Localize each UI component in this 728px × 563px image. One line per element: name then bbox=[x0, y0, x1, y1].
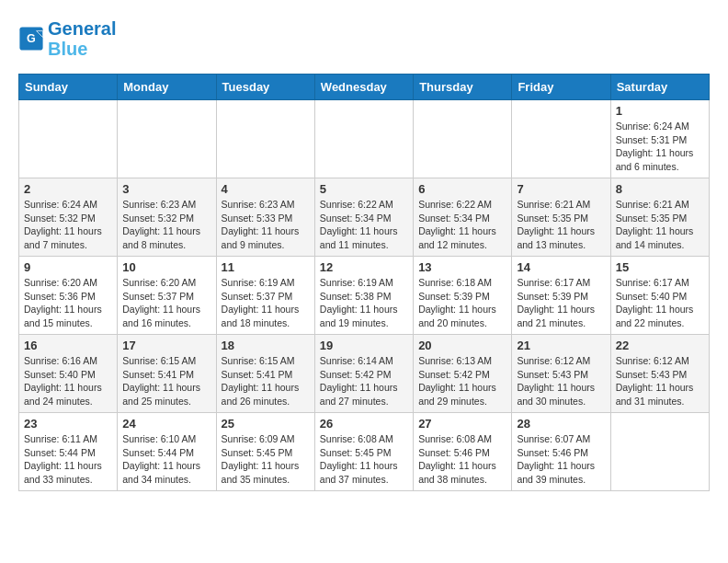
day-info: Sunrise: 6:20 AM Sunset: 5:37 PM Dayligh… bbox=[122, 276, 210, 330]
calendar-cell bbox=[414, 100, 512, 178]
day-info: Sunrise: 6:21 AM Sunset: 5:35 PM Dayligh… bbox=[616, 198, 704, 252]
day-number: 22 bbox=[616, 339, 704, 352]
calendar-cell: 8Sunrise: 6:21 AM Sunset: 5:35 PM Daylig… bbox=[610, 178, 709, 257]
calendar-cell: 11Sunrise: 6:19 AM Sunset: 5:37 PM Dayli… bbox=[216, 257, 314, 335]
calendar-cell bbox=[512, 100, 610, 178]
calendar-cell: 7Sunrise: 6:21 AM Sunset: 5:35 PM Daylig… bbox=[512, 178, 610, 257]
logo-general: General bbox=[48, 18, 116, 39]
col-header-sunday: Sunday bbox=[19, 75, 118, 100]
day-info: Sunrise: 6:15 AM Sunset: 5:41 PM Dayligh… bbox=[122, 354, 210, 408]
day-number: 15 bbox=[616, 260, 704, 274]
day-number: 6 bbox=[418, 182, 506, 196]
calendar-cell bbox=[610, 413, 709, 491]
calendar-cell: 6Sunrise: 6:22 AM Sunset: 5:34 PM Daylig… bbox=[414, 178, 512, 257]
calendar-cell: 12Sunrise: 6:19 AM Sunset: 5:38 PM Dayli… bbox=[314, 257, 413, 335]
day-info: Sunrise: 6:12 AM Sunset: 5:43 PM Dayligh… bbox=[616, 354, 704, 408]
day-number: 28 bbox=[517, 417, 605, 431]
calendar-cell: 23Sunrise: 6:11 AM Sunset: 5:44 PM Dayli… bbox=[19, 413, 118, 491]
calendar-week-1: 1Sunrise: 6:24 AM Sunset: 5:31 PM Daylig… bbox=[19, 100, 710, 178]
day-number: 20 bbox=[418, 339, 506, 352]
col-header-saturday: Saturday bbox=[610, 75, 709, 100]
calendar-cell: 14Sunrise: 6:17 AM Sunset: 5:39 PM Dayli… bbox=[512, 257, 610, 335]
day-number: 24 bbox=[122, 417, 210, 431]
day-number: 9 bbox=[24, 260, 112, 274]
calendar-cell: 15Sunrise: 6:17 AM Sunset: 5:40 PM Dayli… bbox=[610, 257, 709, 335]
calendar-cell: 4Sunrise: 6:23 AM Sunset: 5:33 PM Daylig… bbox=[216, 178, 314, 257]
day-info: Sunrise: 6:07 AM Sunset: 5:46 PM Dayligh… bbox=[517, 432, 605, 487]
svg-text:G: G bbox=[27, 32, 36, 45]
calendar-table: SundayMondayTuesdayWednesdayThursdayFrid… bbox=[18, 74, 710, 491]
day-info: Sunrise: 6:14 AM Sunset: 5:42 PM Dayligh… bbox=[320, 354, 408, 408]
day-number: 27 bbox=[418, 417, 506, 431]
calendar-cell: 20Sunrise: 6:13 AM Sunset: 5:42 PM Dayli… bbox=[414, 335, 512, 413]
day-number: 21 bbox=[517, 339, 605, 352]
day-number: 17 bbox=[122, 339, 210, 352]
calendar-cell: 10Sunrise: 6:20 AM Sunset: 5:37 PM Dayli… bbox=[118, 257, 216, 335]
day-info: Sunrise: 6:24 AM Sunset: 5:32 PM Dayligh… bbox=[24, 198, 112, 252]
calendar-cell: 1Sunrise: 6:24 AM Sunset: 5:31 PM Daylig… bbox=[610, 100, 709, 178]
calendar-week-3: 9Sunrise: 6:20 AM Sunset: 5:36 PM Daylig… bbox=[19, 257, 710, 335]
calendar-cell: 17Sunrise: 6:15 AM Sunset: 5:41 PM Dayli… bbox=[118, 335, 216, 413]
day-info: Sunrise: 6:18 AM Sunset: 5:39 PM Dayligh… bbox=[418, 276, 506, 330]
calendar-cell: 9Sunrise: 6:20 AM Sunset: 5:36 PM Daylig… bbox=[19, 257, 118, 335]
day-number: 4 bbox=[222, 182, 310, 196]
day-info: Sunrise: 6:09 AM Sunset: 5:45 PM Dayligh… bbox=[222, 432, 310, 487]
day-number: 11 bbox=[222, 260, 310, 274]
calendar-cell bbox=[19, 100, 118, 178]
calendar-cell: 16Sunrise: 6:16 AM Sunset: 5:40 PM Dayli… bbox=[19, 335, 118, 413]
day-number: 13 bbox=[418, 260, 506, 274]
calendar-cell: 13Sunrise: 6:18 AM Sunset: 5:39 PM Dayli… bbox=[414, 257, 512, 335]
page-container: G General Blue SundayMondayTuesdayWednes… bbox=[0, 0, 728, 500]
calendar-week-2: 2Sunrise: 6:24 AM Sunset: 5:32 PM Daylig… bbox=[19, 178, 710, 257]
day-info: Sunrise: 6:21 AM Sunset: 5:35 PM Dayligh… bbox=[517, 198, 605, 252]
day-info: Sunrise: 6:23 AM Sunset: 5:33 PM Dayligh… bbox=[222, 198, 310, 252]
day-info: Sunrise: 6:22 AM Sunset: 5:34 PM Dayligh… bbox=[418, 198, 506, 252]
day-number: 26 bbox=[320, 417, 408, 431]
day-number: 1 bbox=[616, 104, 704, 118]
day-info: Sunrise: 6:20 AM Sunset: 5:36 PM Dayligh… bbox=[24, 276, 112, 330]
day-info: Sunrise: 6:12 AM Sunset: 5:43 PM Dayligh… bbox=[517, 354, 605, 408]
day-number: 16 bbox=[24, 339, 112, 352]
day-info: Sunrise: 6:13 AM Sunset: 5:42 PM Dayligh… bbox=[418, 354, 506, 408]
day-info: Sunrise: 6:08 AM Sunset: 5:45 PM Dayligh… bbox=[320, 432, 408, 487]
calendar-cell: 24Sunrise: 6:10 AM Sunset: 5:44 PM Dayli… bbox=[118, 413, 216, 491]
day-info: Sunrise: 6:19 AM Sunset: 5:38 PM Dayligh… bbox=[320, 276, 408, 330]
day-number: 14 bbox=[517, 260, 605, 274]
calendar-cell: 28Sunrise: 6:07 AM Sunset: 5:46 PM Dayli… bbox=[512, 413, 610, 491]
calendar-cell: 2Sunrise: 6:24 AM Sunset: 5:32 PM Daylig… bbox=[19, 178, 118, 257]
day-info: Sunrise: 6:24 AM Sunset: 5:31 PM Dayligh… bbox=[616, 120, 704, 174]
calendar-cell: 3Sunrise: 6:23 AM Sunset: 5:32 PM Daylig… bbox=[118, 178, 216, 257]
day-number: 5 bbox=[320, 182, 408, 196]
calendar-cell: 27Sunrise: 6:08 AM Sunset: 5:46 PM Dayli… bbox=[414, 413, 512, 491]
logo: G General Blue bbox=[18, 18, 116, 59]
calendar-cell: 22Sunrise: 6:12 AM Sunset: 5:43 PM Dayli… bbox=[610, 335, 709, 413]
calendar-cell: 18Sunrise: 6:15 AM Sunset: 5:41 PM Dayli… bbox=[216, 335, 314, 413]
col-header-friday: Friday bbox=[512, 75, 610, 100]
day-info: Sunrise: 6:23 AM Sunset: 5:32 PM Dayligh… bbox=[122, 198, 210, 252]
logo-icon: G bbox=[18, 26, 44, 52]
day-info: Sunrise: 6:17 AM Sunset: 5:40 PM Dayligh… bbox=[616, 276, 704, 330]
day-number: 7 bbox=[517, 182, 605, 196]
calendar-cell bbox=[118, 100, 216, 178]
day-number: 8 bbox=[616, 182, 704, 196]
day-info: Sunrise: 6:15 AM Sunset: 5:41 PM Dayligh… bbox=[222, 354, 310, 408]
day-number: 18 bbox=[222, 339, 310, 352]
day-info: Sunrise: 6:10 AM Sunset: 5:44 PM Dayligh… bbox=[122, 432, 210, 487]
day-number: 3 bbox=[122, 182, 210, 196]
day-number: 12 bbox=[320, 260, 408, 274]
day-info: Sunrise: 6:17 AM Sunset: 5:39 PM Dayligh… bbox=[517, 276, 605, 330]
day-number: 10 bbox=[122, 260, 210, 274]
col-header-monday: Monday bbox=[118, 75, 216, 100]
col-header-thursday: Thursday bbox=[414, 75, 512, 100]
day-number: 19 bbox=[320, 339, 408, 352]
day-number: 2 bbox=[24, 182, 112, 196]
calendar-cell bbox=[314, 100, 413, 178]
day-info: Sunrise: 6:19 AM Sunset: 5:37 PM Dayligh… bbox=[222, 276, 310, 330]
col-header-tuesday: Tuesday bbox=[216, 75, 314, 100]
calendar-week-5: 23Sunrise: 6:11 AM Sunset: 5:44 PM Dayli… bbox=[19, 413, 710, 491]
calendar-cell: 26Sunrise: 6:08 AM Sunset: 5:45 PM Dayli… bbox=[314, 413, 413, 491]
day-number: 23 bbox=[24, 417, 112, 431]
calendar-header-row: SundayMondayTuesdayWednesdayThursdayFrid… bbox=[19, 75, 710, 100]
col-header-wednesday: Wednesday bbox=[314, 75, 413, 100]
day-info: Sunrise: 6:16 AM Sunset: 5:40 PM Dayligh… bbox=[24, 354, 112, 408]
